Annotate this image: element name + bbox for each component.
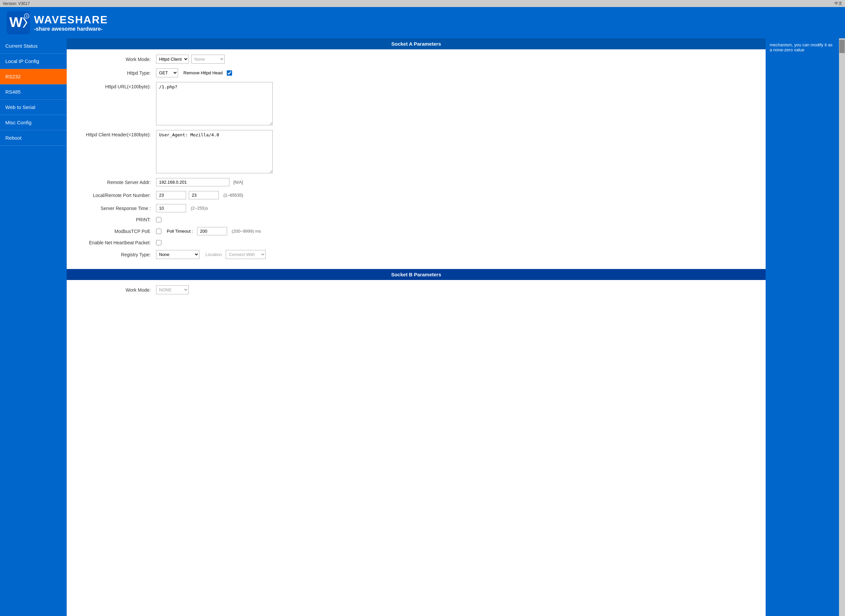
- server-response-time-input[interactable]: [156, 204, 186, 212]
- remote-server-addr-row: Remote Server Addr: [N/A]: [73, 178, 759, 186]
- socket-b-work-mode-row: Work Mode: NONE TCP Client TCP Server UD…: [73, 285, 759, 294]
- waveshare-logo-icon: W ®: [7, 11, 30, 34]
- sidebar-item-local-ip-config[interactable]: Local IP Config: [0, 54, 67, 69]
- scrollbar[interactable]: [839, 38, 845, 616]
- server-response-time-label: Server Response Time :: [73, 206, 153, 211]
- port-number-row: Local/Remote Port Number: (1~65535): [73, 191, 759, 199]
- httpd-url-row: Httpd URL(<100byte): /1.php?: [73, 82, 759, 125]
- content-area: Socket A Parameters Work Mode: Httpd Cli…: [67, 38, 766, 616]
- modbus-tcp-poll-row: ModbusTCP Poll: Poll Timeout : (200~9999…: [73, 227, 759, 235]
- brand-name: WAVESHARE: [34, 14, 108, 26]
- socket-b-work-mode-select[interactable]: NONE TCP Client TCP Server UDP: [156, 285, 189, 294]
- svg-text:®: ®: [26, 15, 28, 18]
- heartbeat-row: Enable Net Heartbeat Packet:: [73, 240, 759, 245]
- socket-b-form: Work Mode: NONE TCP Client TCP Server UD…: [67, 280, 766, 304]
- work-mode-label: Work Mode:: [73, 57, 153, 62]
- port-number-label: Local/Remote Port Number:: [73, 193, 153, 198]
- scrollbar-thumb[interactable]: [839, 40, 845, 53]
- print-label: PRINT:: [73, 217, 153, 222]
- httpd-type-row: Httpd Type: GET POST Remove Httpd Head: [73, 68, 759, 77]
- sidebar-item-rs232[interactable]: RS232: [0, 69, 67, 84]
- work-mode-row: Work Mode: Httpd Client TCP Client TCP S…: [73, 55, 759, 64]
- socket-a-params: Parameters: [414, 41, 441, 47]
- header: W ® WAVESHARE -share awesome hardware-: [0, 7, 845, 38]
- socket-a-header: Socket A Parameters: [67, 38, 766, 49]
- server-response-time-range: (2~255)s: [191, 206, 208, 211]
- remote-server-addr-label: Remote Server Addr:: [73, 180, 153, 185]
- socket-b-label: Socket B: [391, 272, 413, 277]
- heartbeat-checkbox[interactable]: [156, 240, 162, 245]
- sidebar: Current Status Local IP Config RS232 RS4…: [0, 38, 67, 616]
- remote-port-input[interactable]: [189, 191, 219, 199]
- registry-type-row: Registry Type: None Type1 Type2 Location…: [73, 250, 759, 259]
- httpd-client-header-row: Httpd Client Header(<180byte): User_Agen…: [73, 130, 759, 173]
- httpd-url-textarea[interactable]: /1.php?: [156, 82, 273, 125]
- print-row: PRINT:: [73, 217, 759, 222]
- sidebar-item-rs485[interactable]: RS485: [0, 84, 67, 100]
- svg-text:W: W: [9, 14, 23, 30]
- port-range-label: (1~65535): [223, 193, 244, 198]
- registry-type-select[interactable]: None Type1 Type2: [156, 250, 200, 259]
- poll-timeout-range: (200~9999) ms: [232, 229, 261, 234]
- logo-container: W ® WAVESHARE -share awesome hardware-: [7, 11, 108, 34]
- socket-b-params: Parameters: [414, 272, 441, 277]
- print-checkbox[interactable]: [156, 217, 162, 222]
- modbus-tcp-poll-label: ModbusTCP Poll:: [73, 229, 153, 234]
- location-label: Location: [206, 252, 222, 257]
- sidebar-item-current-status[interactable]: Current Status: [0, 38, 67, 54]
- sidebar-item-reboot[interactable]: Reboot: [0, 131, 67, 146]
- remove-httpd-head-label: Remove Httpd Head: [184, 70, 223, 75]
- poll-timeout-label: Poll Timeout :: [167, 229, 193, 234]
- work-mode-second-select[interactable]: None: [191, 55, 225, 64]
- httpd-client-header-textarea[interactable]: User_Agent: Mozilla/4.0: [156, 130, 273, 173]
- work-mode-select[interactable]: Httpd Client TCP Client TCP Server UDP: [156, 55, 189, 64]
- local-port-input[interactable]: [156, 191, 186, 199]
- socket-b-work-mode-label: Work Mode:: [73, 287, 153, 293]
- right-panel-text: mechanism, you can modify it as a none-z…: [770, 43, 833, 52]
- httpd-client-header-label: Httpd Client Header(<180byte):: [73, 130, 153, 137]
- socket-a-form: Work Mode: Httpd Client TCP Client TCP S…: [67, 49, 766, 269]
- poll-timeout-input[interactable]: [197, 227, 227, 235]
- work-mode-controls: Httpd Client TCP Client TCP Server UDP N…: [156, 55, 225, 64]
- remote-server-addr-input[interactable]: [156, 178, 229, 186]
- connect-with-select[interactable]: Connect With: [226, 250, 266, 259]
- remove-httpd-head-checkbox[interactable]: [227, 70, 232, 76]
- sidebar-item-web-to-serial[interactable]: Web to Serial: [0, 100, 67, 115]
- lang-switch[interactable]: 中文: [834, 1, 842, 6]
- httpd-type-label: Httpd Type:: [73, 70, 153, 76]
- httpd-url-label: Httpd URL(<100byte):: [73, 82, 153, 89]
- main-layout: Current Status Local IP Config RS232 RS4…: [0, 38, 845, 616]
- socket-a-label: Socket A: [391, 41, 413, 47]
- right-panel: mechanism, you can modify it as a none-z…: [766, 38, 839, 616]
- na-label: [N/A]: [234, 180, 243, 185]
- registry-type-label: Registry Type:: [73, 252, 153, 257]
- top-bar: Version: V3017 中文: [0, 0, 845, 7]
- brand-text: WAVESHARE -share awesome hardware-: [34, 14, 108, 32]
- server-response-time-row: Server Response Time : (2~255)s: [73, 204, 759, 212]
- heartbeat-label: Enable Net Heartbeat Packet:: [73, 240, 153, 245]
- socket-b-header: Socket B Parameters: [67, 269, 766, 280]
- modbus-tcp-poll-checkbox[interactable]: [156, 229, 162, 234]
- sidebar-item-misc-config[interactable]: Misc Config: [0, 115, 67, 131]
- brand-tagline: -share awesome hardware-: [34, 26, 108, 32]
- version-label: Version: V3017: [3, 1, 30, 6]
- httpd-type-select[interactable]: GET POST: [156, 68, 178, 77]
